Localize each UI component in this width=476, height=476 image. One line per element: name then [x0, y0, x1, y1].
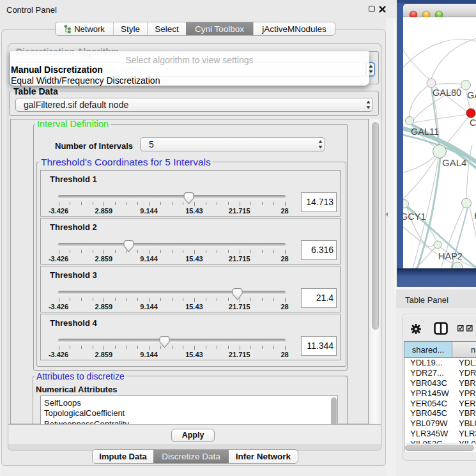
svg-text:GAL11: GAL11: [411, 127, 439, 137]
svg-text:GA: GA: [467, 90, 476, 100]
svg-text:HAP2: HAP2: [438, 251, 463, 261]
svg-text:GAL4: GAL4: [442, 157, 466, 168]
svg-text:GAL80: GAL80: [433, 88, 461, 98]
svg-text:C: C: [470, 118, 476, 128]
svg-text:GCY1: GCY1: [403, 211, 426, 222]
